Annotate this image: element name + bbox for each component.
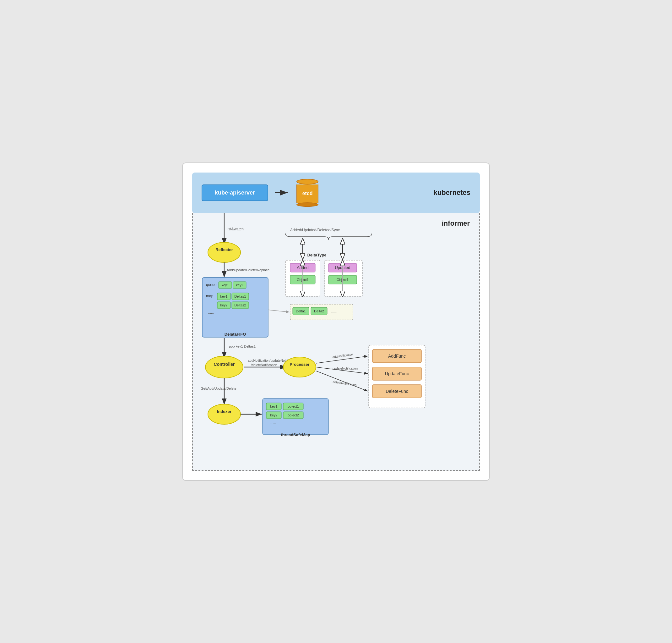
svg-text:key2: key2 bbox=[220, 303, 227, 307]
svg-text:Deltas1: Deltas1 bbox=[234, 294, 246, 298]
svg-text:Indexer: Indexer bbox=[217, 409, 232, 414]
svg-text:deleteNotification: deleteNotification bbox=[333, 380, 357, 387]
svg-text:key1: key1 bbox=[270, 404, 277, 408]
svg-text:key1: key1 bbox=[220, 294, 227, 298]
svg-text:queue: queue bbox=[206, 282, 217, 287]
svg-text:object2: object2 bbox=[288, 413, 299, 417]
svg-point-10 bbox=[208, 242, 240, 263]
svg-text:updateNotification: updateNotification bbox=[333, 367, 358, 370]
svg-text:......: ...... bbox=[249, 283, 255, 287]
svg-point-62 bbox=[283, 357, 316, 377]
svg-text:DelataFIFO: DelataFIFO bbox=[225, 332, 246, 337]
svg-text:Delta1: Delta1 bbox=[296, 309, 306, 313]
svg-text:Get/Add/Update/Delete: Get/Add/Update/Delete bbox=[201, 387, 236, 390]
svg-text:pop key1 Deltas1: pop key1 Deltas1 bbox=[229, 344, 256, 348]
svg-text:object1: object1 bbox=[288, 404, 299, 408]
svg-point-57 bbox=[206, 356, 243, 378]
etcd-cylinder: etcd bbox=[296, 179, 319, 207]
svg-text:Controller: Controller bbox=[214, 362, 235, 367]
arrow-to-etcd bbox=[274, 188, 290, 197]
svg-text:UpdateFunc: UpdateFunc bbox=[385, 371, 409, 376]
main-section: informer bbox=[192, 213, 480, 471]
svg-text:Processer: Processer bbox=[290, 362, 310, 367]
svg-text:DeltaType: DeltaType bbox=[307, 253, 326, 257]
svg-text:AddFunc: AddFunc bbox=[388, 354, 406, 359]
kube-apiserver-box: kube-apiserver bbox=[202, 184, 268, 201]
kubernetes-label: kubernetes bbox=[434, 189, 470, 197]
svg-text:key2: key2 bbox=[270, 413, 277, 417]
svg-text:Delta2: Delta2 bbox=[314, 309, 324, 313]
diagram-svg: list&watch Reflecter Add/Update/Delete/R… bbox=[193, 213, 482, 471]
svg-text:key1: key1 bbox=[221, 283, 228, 287]
svg-text:/deleteNotification: /deleteNotification bbox=[251, 363, 277, 367]
svg-text:list&watch: list&watch bbox=[227, 227, 244, 231]
svg-text:......: ...... bbox=[208, 310, 214, 315]
svg-text:key2: key2 bbox=[236, 283, 243, 287]
svg-text:Deltas2: Deltas2 bbox=[234, 303, 246, 307]
svg-text:map: map bbox=[206, 294, 213, 298]
svg-text:Add/Update/Delete/Replace: Add/Update/Delete/Replace bbox=[227, 268, 270, 272]
svg-text:Added/Updated/Deleted/Sync: Added/Updated/Deleted/Sync bbox=[290, 228, 340, 232]
svg-text:threadSafeMap: threadSafeMap bbox=[281, 433, 310, 437]
etcd-label: etcd bbox=[302, 191, 313, 196]
svg-text:DeleteFunc: DeleteFunc bbox=[386, 389, 408, 394]
svg-text:......: ...... bbox=[270, 420, 276, 425]
svg-text:......: ...... bbox=[331, 309, 337, 313]
svg-text:addNotification: addNotification bbox=[332, 352, 353, 359]
svg-text:Reflecter: Reflecter bbox=[215, 247, 233, 252]
outer-frame: kube-apiserver etcd kubernetes informer bbox=[182, 162, 490, 481]
svg-line-38 bbox=[268, 310, 289, 312]
svg-point-79 bbox=[208, 404, 240, 424]
kubernetes-section: kube-apiserver etcd kubernetes bbox=[192, 172, 480, 213]
